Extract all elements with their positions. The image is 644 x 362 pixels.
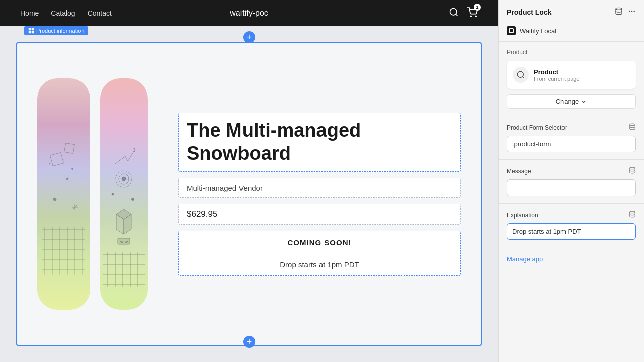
store-nav: Home Catalog Contact waitify-poc 1: [0, 0, 498, 26]
product-title-box: The Multi-managed Snowboard: [178, 113, 461, 171]
product-page: NEW The Multi-managed Snowboard Multi-ma…: [16, 42, 482, 346]
product-details: The Multi-managed Snowboard Multi-manage…: [178, 113, 461, 275]
product-source-label: Product: [534, 68, 630, 76]
form-selector-db-icon[interactable]: [629, 123, 636, 132]
product-title: The Multi-managed Snowboard: [187, 119, 452, 165]
svg-line-1: [456, 14, 458, 16]
brand-name: Waitify Local: [520, 27, 556, 35]
store-title: waitify-poc: [230, 9, 268, 18]
svg-rect-6: [29, 31, 31, 34]
svg-point-0: [450, 8, 457, 15]
add-section-bottom-button[interactable]: +: [243, 336, 255, 348]
product-info-label[interactable]: Product information: [24, 26, 88, 35]
snowboard-right: NEW: [100, 78, 148, 310]
svg-point-56: [630, 211, 635, 213]
panel-header-icons: [615, 7, 636, 17]
svg-point-23: [72, 168, 73, 170]
database-icon[interactable]: [615, 7, 623, 17]
explanation-section: Explanation: [499, 204, 644, 247]
search-icon[interactable]: [449, 7, 459, 20]
product-source-icon: [513, 67, 529, 83]
svg-point-55: [630, 167, 635, 169]
product-form-selector-label: Product Form Selector: [507, 124, 567, 131]
svg-text:NEW: NEW: [120, 240, 128, 244]
message-header: Message: [507, 167, 636, 175]
message-db-icon[interactable]: [629, 167, 636, 175]
svg-point-24: [49, 163, 50, 164]
explanation-input[interactable]: [507, 223, 636, 240]
product-source-card: Product From current page: [507, 61, 636, 89]
explanation-label: Explanation: [507, 212, 538, 219]
snowboard-images: NEW: [37, 78, 148, 310]
drop-info-button[interactable]: Drop starts at 1pm PDT: [179, 254, 460, 275]
brand-icon: [507, 26, 516, 35]
product-vendor-box: Multi-managed Vendor: [178, 178, 461, 198]
nav-home[interactable]: Home: [20, 9, 39, 17]
svg-point-22: [53, 198, 56, 201]
product-source-info: Product From current page: [534, 68, 630, 82]
snowboard-left: [37, 78, 90, 310]
explanation-header: Explanation: [507, 211, 636, 219]
panel-header: Product Lock: [499, 0, 644, 22]
svg-point-2: [470, 16, 471, 17]
product-vendor: Multi-managed Vendor: [187, 184, 452, 192]
panel-title: Product Lock: [507, 8, 551, 16]
coming-soon-button[interactable]: COMING SOON!: [179, 231, 460, 254]
product-price-box: $629.95: [178, 204, 461, 225]
svg-point-54: [630, 124, 635, 126]
product-section-title: Product: [507, 49, 636, 56]
message-input[interactable]: [507, 179, 636, 196]
change-button[interactable]: Change: [507, 94, 636, 109]
add-section-top-button[interactable]: +: [243, 31, 255, 43]
svg-rect-5: [32, 28, 34, 31]
explanation-db-icon[interactable]: [629, 211, 636, 219]
nav-links: Home Catalog Contact: [20, 9, 112, 17]
svg-line-53: [522, 76, 524, 78]
more-options-icon[interactable]: [628, 7, 636, 17]
svg-point-45: [132, 198, 134, 201]
product-form-selector-header: Product Form Selector: [507, 123, 636, 132]
svg-rect-7: [32, 31, 34, 34]
product-form-selector-input[interactable]: [507, 136, 636, 152]
svg-rect-4: [29, 28, 31, 31]
nav-contact[interactable]: Contact: [88, 9, 112, 17]
product-form-selector-section: Product Form Selector: [499, 116, 644, 160]
manage-app-link[interactable]: Manage app: [499, 247, 644, 271]
preview-area: Home Catalog Contact waitify-poc 1 Produ…: [0, 0, 498, 362]
svg-rect-19: [50, 153, 64, 166]
svg-rect-20: [64, 143, 75, 154]
nav-catalog[interactable]: Catalog: [51, 9, 75, 17]
product-source-sublabel: From current page: [534, 76, 630, 82]
svg-point-52: [517, 71, 523, 77]
right-panel: Product Lock Waitify Local Product: [498, 0, 644, 362]
cart-badge: 1: [474, 4, 481, 11]
svg-point-43: [122, 177, 126, 181]
svg-point-3: [475, 16, 476, 17]
svg-point-49: [629, 11, 630, 12]
message-label: Message: [507, 168, 531, 175]
svg-point-44: [112, 193, 114, 195]
product-section: Product Product From current page Change: [499, 42, 644, 116]
svg-point-50: [631, 11, 633, 12]
message-section: Message: [499, 160, 644, 204]
svg-point-21: [66, 178, 68, 180]
product-price: $629.95: [187, 209, 452, 219]
svg-point-48: [616, 8, 622, 10]
panel-brand: Waitify Local: [499, 22, 644, 42]
svg-point-51: [633, 11, 635, 12]
cart-icon[interactable]: 1: [467, 7, 478, 20]
product-buttons-box: COMING SOON! Drop starts at 1pm PDT: [178, 231, 461, 276]
nav-icons: 1: [449, 7, 478, 20]
